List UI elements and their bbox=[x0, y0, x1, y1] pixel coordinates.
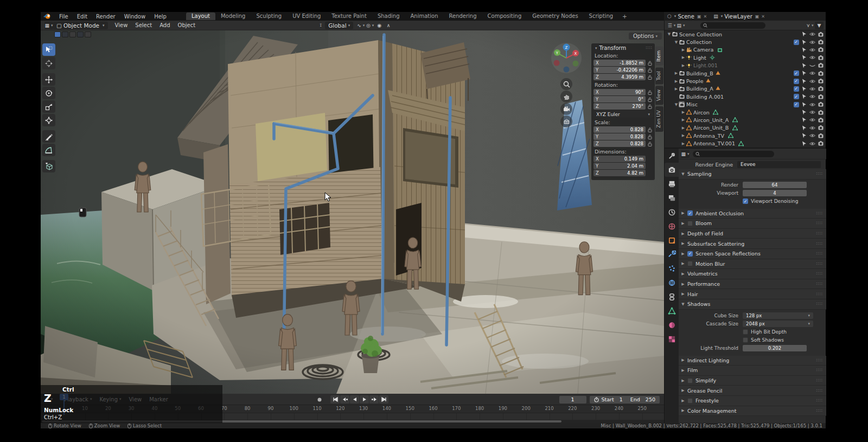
properties-tab-world[interactable] bbox=[665, 219, 679, 233]
transform-panel-header[interactable]: ▾ Transform ∷∷ bbox=[593, 45, 653, 51]
panel-depth-of-field[interactable]: ▶Depth of Field∷∷ bbox=[679, 229, 826, 239]
render-visibility-icon[interactable] bbox=[816, 32, 825, 37]
selectable-icon[interactable] bbox=[800, 47, 808, 53]
menu-help[interactable]: Help bbox=[150, 14, 171, 20]
panel-simplify[interactable]: ▶Simplify∷∷ bbox=[679, 376, 826, 386]
viewlayer-name[interactable]: ViewLayer bbox=[724, 14, 752, 20]
expand-arrow[interactable]: ▶ bbox=[681, 142, 686, 146]
render-visibility-icon[interactable] bbox=[816, 71, 825, 76]
viewport-denoising-checkbox[interactable]: ✓Viewport Denoising bbox=[743, 198, 798, 204]
lock-icon[interactable] bbox=[647, 127, 653, 132]
selectable-icon[interactable] bbox=[800, 31, 808, 37]
tool-add-cube[interactable] bbox=[42, 160, 55, 172]
lock-icon[interactable] bbox=[647, 134, 653, 139]
dimensions-x-field[interactable]: X0.149 m bbox=[593, 156, 646, 162]
viewport-menu-add[interactable]: Add bbox=[156, 22, 174, 28]
panel-performance[interactable]: ▶Performance∷∷ bbox=[679, 279, 826, 290]
selectable-icon[interactable] bbox=[800, 133, 808, 138]
orientation-dropdown[interactable]: Global▾ bbox=[325, 22, 353, 29]
zoom-view-icon[interactable] bbox=[560, 78, 572, 90]
panel-subsurface-scattering[interactable]: ▶Subsurface Scattering∷∷ bbox=[679, 239, 826, 249]
rotation-mode-dropdown[interactable]: XYZ Euler▾ bbox=[593, 111, 653, 118]
properties-tab-material[interactable] bbox=[665, 318, 679, 332]
expand-arrow[interactable]: ▶ bbox=[681, 63, 686, 68]
location-y-field[interactable]: Y-0.42206 m bbox=[593, 67, 646, 73]
outliner-row-collection[interactable]: ▼Collection✓ bbox=[665, 38, 826, 46]
outliner-display-icon[interactable]: ▤▾ bbox=[676, 22, 685, 29]
properties-tab-modifiers[interactable] bbox=[665, 247, 679, 261]
panel-ambient-occlusion[interactable]: ▶✓Ambient Occlusion∷∷ bbox=[679, 209, 826, 219]
expand-arrow[interactable]: ▼ bbox=[667, 32, 672, 36]
outliner-row-antenna-tv-001[interactable]: ▶Antenna_TV.001 bbox=[665, 139, 826, 147]
transform-pivot-icon[interactable]: ⟟ bbox=[316, 22, 325, 29]
outliner-checkbox[interactable]: ✓ bbox=[792, 40, 800, 45]
mode-widget-2[interactable] bbox=[62, 31, 68, 37]
outliner-row-light-001[interactable]: ▶Light.001 bbox=[665, 62, 826, 69]
scale-x-field[interactable]: X0.828 bbox=[593, 126, 646, 133]
outliner-row-aircon[interactable]: ▶Aircon bbox=[665, 108, 826, 116]
high-bit-depth-checkbox[interactable]: High Bit Depth bbox=[743, 329, 787, 335]
expand-arrow[interactable]: ▶ bbox=[681, 55, 686, 60]
visibility-eye-icon[interactable] bbox=[808, 110, 816, 115]
jump-start-button[interactable] bbox=[330, 395, 340, 403]
panel-indirect-lighting[interactable]: ▶Indirect Lighting∷∷ bbox=[679, 356, 826, 366]
properties-tab-view-layer[interactable] bbox=[665, 191, 679, 205]
render-visibility-icon[interactable] bbox=[816, 55, 825, 60]
editor-type-button[interactable]: ▦▾ bbox=[44, 22, 53, 29]
panel-motion-blur[interactable]: ▶Motion Blur∷∷ bbox=[679, 259, 826, 270]
selectable-icon[interactable] bbox=[800, 55, 808, 60]
tool-move[interactable] bbox=[42, 73, 55, 86]
tab-modeling[interactable]: Modeling bbox=[215, 12, 251, 20]
visibility-eye-icon[interactable] bbox=[808, 125, 816, 131]
properties-tab-data[interactable] bbox=[665, 304, 679, 318]
panel-film[interactable]: ▶Film∷∷ bbox=[679, 366, 826, 376]
options-dropdown[interactable]: Options▾ bbox=[629, 33, 662, 40]
outliner-row-people[interactable]: ▶People✓ bbox=[665, 77, 826, 85]
visibility-eye-icon[interactable] bbox=[808, 117, 816, 123]
selectable-icon[interactable] bbox=[800, 79, 808, 84]
mode-widget-3[interactable] bbox=[69, 31, 76, 37]
soft-shadows-checkbox[interactable]: Soft Shadows bbox=[743, 337, 784, 343]
light-threshold-field[interactable]: 0.202 bbox=[743, 345, 807, 351]
mode-dropdown[interactable]: ▢ Object Mode▾ bbox=[53, 22, 108, 29]
camera-view-icon[interactable] bbox=[560, 103, 572, 115]
outliner-row-light[interactable]: ▶Light bbox=[665, 54, 826, 61]
outliner-checkbox[interactable]: ✓ bbox=[792, 102, 800, 107]
orthographic-icon[interactable] bbox=[560, 116, 572, 127]
outliner-row-building-a[interactable]: ▶Building_A✓ bbox=[665, 85, 826, 93]
rotation-y-field[interactable]: Y0° bbox=[593, 96, 646, 103]
outliner-search[interactable] bbox=[700, 22, 765, 29]
jump-end-button[interactable] bbox=[379, 395, 388, 403]
selectable-icon[interactable] bbox=[800, 40, 808, 45]
menu-render[interactable]: Render bbox=[92, 14, 120, 20]
panel-freestyle[interactable]: ▶Freestyle∷∷ bbox=[679, 396, 826, 406]
properties-tab-texture[interactable] bbox=[665, 332, 679, 346]
visibility-eye-icon[interactable] bbox=[808, 55, 816, 60]
properties-editor-icon[interactable]: ▦▾ bbox=[681, 150, 690, 158]
scene-delete-button[interactable]: ✕ bbox=[703, 14, 707, 19]
outliner-filter-icon[interactable]: ⋎▾ bbox=[806, 22, 814, 29]
cube-size-dropdown[interactable]: 128 px▾ bbox=[743, 312, 813, 319]
visibility-eye-icon[interactable] bbox=[808, 94, 816, 99]
expand-arrow[interactable]: ▶ bbox=[681, 110, 686, 114]
tab-layout[interactable]: Layout bbox=[186, 12, 215, 20]
visibility-eye-icon[interactable] bbox=[808, 133, 816, 138]
panel-checkbox[interactable] bbox=[687, 398, 693, 403]
snap-icon[interactable]: ∿▾ bbox=[356, 22, 365, 29]
panel-sampling[interactable]: ▼Sampling∷∷ bbox=[679, 169, 826, 180]
expand-arrow[interactable]: ▼ bbox=[674, 40, 679, 44]
sidebar-tab-item[interactable]: Item bbox=[655, 47, 663, 66]
tool-rotate[interactable] bbox=[42, 87, 55, 99]
render-visibility-icon[interactable] bbox=[816, 102, 825, 107]
outliner-row-antenna-tv[interactable]: ▶Antenna_TV bbox=[665, 132, 826, 139]
render-visibility-icon[interactable] bbox=[816, 40, 825, 44]
properties-tab-physics[interactable] bbox=[665, 276, 679, 290]
panel-color-management[interactable]: ▶Color Management∷∷ bbox=[679, 406, 826, 417]
panel-screen-space-reflections[interactable]: ▶✓Screen Space Reflections∷∷ bbox=[679, 249, 826, 259]
viewport-menu-select[interactable]: Select bbox=[131, 22, 156, 28]
render-visibility-icon[interactable] bbox=[816, 125, 825, 130]
properties-tab-scene[interactable] bbox=[665, 205, 679, 219]
selectable-icon[interactable] bbox=[800, 94, 808, 99]
record-button[interactable] bbox=[315, 395, 324, 403]
scene-name[interactable]: Scene bbox=[678, 14, 694, 20]
